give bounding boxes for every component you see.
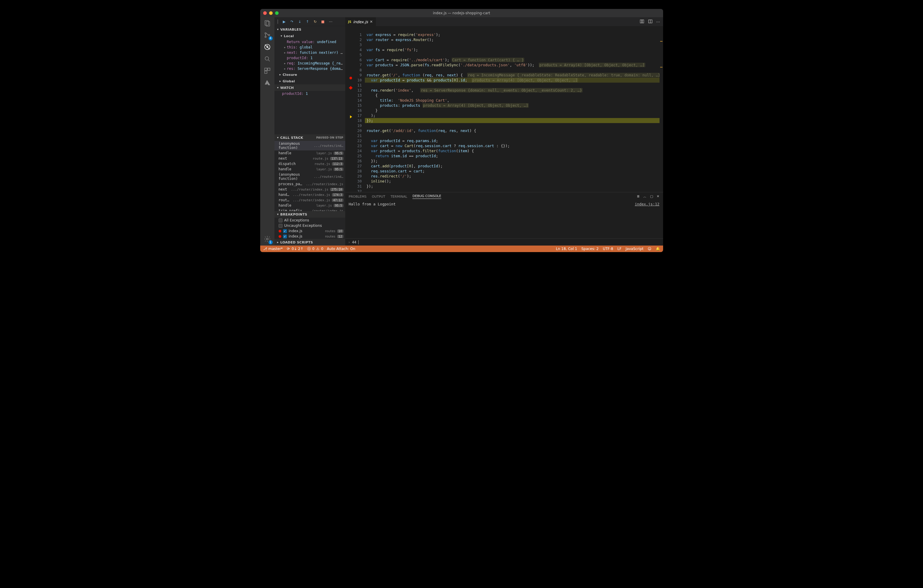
stack-frame[interactable]: (anonymous function).../routes/ind… <box>274 141 345 150</box>
scm-icon[interactable]: 4 <box>263 31 271 39</box>
code-line[interactable]: }); <box>365 158 663 164</box>
stack-frame[interactable]: handlelayer.js95:5 <box>274 150 345 156</box>
stack-frame[interactable]: next.../router/index.js275:10 <box>274 187 345 192</box>
checkbox-icon[interactable]: ✓ <box>283 229 287 233</box>
settings-gear-icon[interactable]: 1 <box>263 235 271 243</box>
code-line[interactable]: inline(); <box>365 179 663 184</box>
filter-icon[interactable]: ≣ <box>637 194 640 199</box>
stack-frame[interactable]: handlelayer.js95:5 <box>274 166 345 172</box>
explorer-icon[interactable] <box>263 19 271 27</box>
stack-frame[interactable]: (anonymous function).../router/ind… <box>274 172 345 181</box>
code-line[interactable]: var cart = new Cart(req.session.cart ? r… <box>365 143 663 148</box>
variable-row[interactable]: ▸res: ServerResponse {domain: null… <box>274 66 345 71</box>
code-line[interactable]: req.session.cart = cart; <box>365 169 663 174</box>
tab-output[interactable]: OUTPUT <box>372 195 385 199</box>
stop-icon[interactable]: ■ <box>320 19 325 24</box>
code-line[interactable] <box>365 83 663 88</box>
restart-icon[interactable]: ↻ <box>313 19 318 24</box>
watch-row[interactable]: productId: 1 <box>274 91 345 96</box>
debug-icon[interactable] <box>263 43 271 51</box>
compare-changes-icon[interactable] <box>640 19 644 25</box>
code-line[interactable] <box>365 123 663 128</box>
tab-index-js[interactable]: JS index.js ✕ <box>345 17 376 26</box>
callstack-section-header[interactable]: ▾Call StackPaused on step <box>274 135 345 141</box>
feedback-icon[interactable]: ☺ <box>648 247 652 251</box>
code-line[interactable]: router.get('/', function (req, res, next… <box>365 72 663 77</box>
code-line[interactable]: { <box>365 93 663 98</box>
debug-console-input[interactable]: › 44 <box>345 238 663 246</box>
variable-row[interactable]: ▸next: function next(err) { … } <box>274 50 345 55</box>
breakpoints-section-header[interactable]: ▾Breakpoints <box>274 211 345 218</box>
variable-row[interactable]: ▸this: global <box>274 44 345 50</box>
checkbox-icon[interactable] <box>279 218 282 222</box>
code-line[interactable]: products: products products = Array(4) [… <box>365 103 663 108</box>
code-line[interactable]: var router = express.Router(); <box>365 37 663 42</box>
code-line[interactable]: var fs = require('fs'); <box>365 47 663 52</box>
stack-frame[interactable]: nextroute.js137:13 <box>274 156 345 161</box>
tab-problems[interactable]: PROBLEMS <box>349 195 367 199</box>
checkbox-icon[interactable] <box>279 224 282 228</box>
close-panel-icon[interactable]: ✕ <box>657 194 659 199</box>
stack-frame[interactable]: dispatchroute.js112:3 <box>274 161 345 166</box>
variable-row[interactable]: productId: 1 <box>274 55 345 61</box>
split-editor-icon[interactable] <box>648 19 653 25</box>
code-line[interactable]: ); <box>365 113 663 118</box>
loaded-scripts-header[interactable]: ▸Loaded Scripts <box>274 239 345 246</box>
tab-terminal[interactable]: TERMINAL <box>391 195 407 199</box>
variables-global-header[interactable]: ▸Global <box>274 78 345 84</box>
search-icon[interactable] <box>263 55 271 63</box>
stack-frame[interactable]: trim_prefix.../router/index.js <box>274 208 345 211</box>
watch-section-header[interactable]: ▾Watch <box>274 84 345 91</box>
variables-section-header[interactable]: ▾Variables <box>274 26 345 33</box>
stack-frame[interactable]: handle.../router/index.js174:3 <box>274 192 345 197</box>
code-line[interactable]: var productId = req.params.id; <box>365 138 663 143</box>
code-line[interactable]: return item.id == productId; <box>365 153 663 158</box>
step-out-icon[interactable]: ↑ <box>305 19 310 24</box>
code-line[interactable]: var productId = products && products[0].… <box>365 77 663 83</box>
variables-local-header[interactable]: ▾Local <box>274 33 345 39</box>
close-icon[interactable]: ✕ <box>370 20 373 24</box>
status-branch[interactable]: ⎇master* <box>263 247 283 251</box>
code-line[interactable]: var product = products.filter(function(i… <box>365 148 663 153</box>
extensions-icon[interactable] <box>263 67 271 75</box>
maximize-panel-icon[interactable]: ▢ <box>650 194 653 199</box>
code-line[interactable]: title: 'NodeJS Shopping Cart', <box>365 98 663 103</box>
code-line[interactable]: res.redirect('/'); <box>365 174 663 179</box>
log-source-link[interactable]: index.js:12 <box>635 202 660 206</box>
code-line[interactable] <box>365 133 663 138</box>
step-over-icon[interactable]: ↷ <box>290 19 294 24</box>
code-line[interactable]: var Cart = require('../models/cart'); Ca… <box>365 57 663 62</box>
code-line[interactable]: }); <box>365 184 663 189</box>
status-indent[interactable]: Spaces: 2 <box>581 247 599 251</box>
code-line[interactable] <box>365 67 663 72</box>
notifications-icon[interactable]: 🔔 <box>656 247 660 251</box>
status-sync[interactable]: ⟳0↓ 2↑ <box>286 247 303 251</box>
code-line[interactable]: var express = require('express'); <box>365 32 663 37</box>
code-line[interactable] <box>365 42 663 47</box>
code-line[interactable]: router.get('/add/:id', function(req, res… <box>365 128 663 133</box>
editor-more-icon[interactable]: ⋯ <box>656 20 660 24</box>
code-line[interactable]: cart.add(product[0], productId); <box>365 164 663 169</box>
status-auto-attach[interactable]: Auto Attach: On <box>327 247 355 251</box>
code-editor[interactable]: 1234567891011121314151617181920212223242… <box>345 31 663 192</box>
variable-row[interactable]: ▸req: IncomingMessage {_readableSt… <box>274 61 345 66</box>
bp-all-exceptions[interactable]: All Exceptions <box>274 218 345 223</box>
debug-more-icon[interactable]: ⋯ <box>328 19 333 24</box>
breakpoint-row[interactable]: ✓index.jsroutes12 <box>274 234 345 239</box>
continue-icon[interactable]: ▶ <box>282 19 287 24</box>
status-encoding[interactable]: UTF-8 <box>603 247 613 251</box>
variables-closure-header[interactable]: ▸Closure <box>274 71 345 78</box>
variable-row[interactable]: Return value: undefined <box>274 39 345 44</box>
code-line[interactable]: res.render('index', res = ServerResponse… <box>365 88 663 93</box>
code-line[interactable]: }); <box>365 118 663 123</box>
stack-frame[interactable]: process_params.../router/index.js <box>274 181 345 187</box>
code-line[interactable]: var products = JSON.parse(fs.readFileSyn… <box>365 62 663 67</box>
collapse-icon[interactable]: ︿ <box>643 194 647 199</box>
stack-frame[interactable]: handlelayer.js95:5 <box>274 203 345 208</box>
azure-icon[interactable] <box>263 79 271 87</box>
breakpoint-row[interactable]: ✓index.jsroutes10 <box>274 228 345 234</box>
code-line[interactable] <box>365 189 663 192</box>
code-line[interactable] <box>365 52 663 57</box>
debug-console-body[interactable]: Hallo from a Logpoint index.js:12 <box>345 200 663 238</box>
overview-ruler[interactable] <box>660 31 663 192</box>
